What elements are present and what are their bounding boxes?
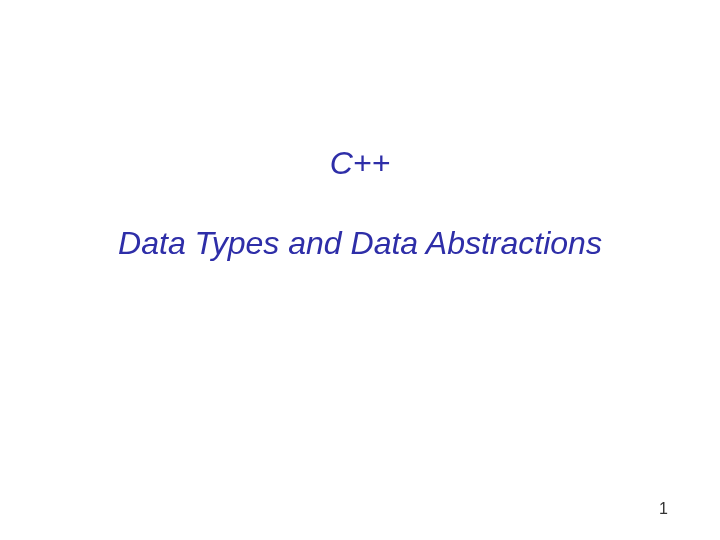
slide-subtitle: Data Types and Data Abstractions xyxy=(0,225,720,262)
slide-title: C++ xyxy=(0,145,720,182)
page-number: 1 xyxy=(659,500,668,518)
